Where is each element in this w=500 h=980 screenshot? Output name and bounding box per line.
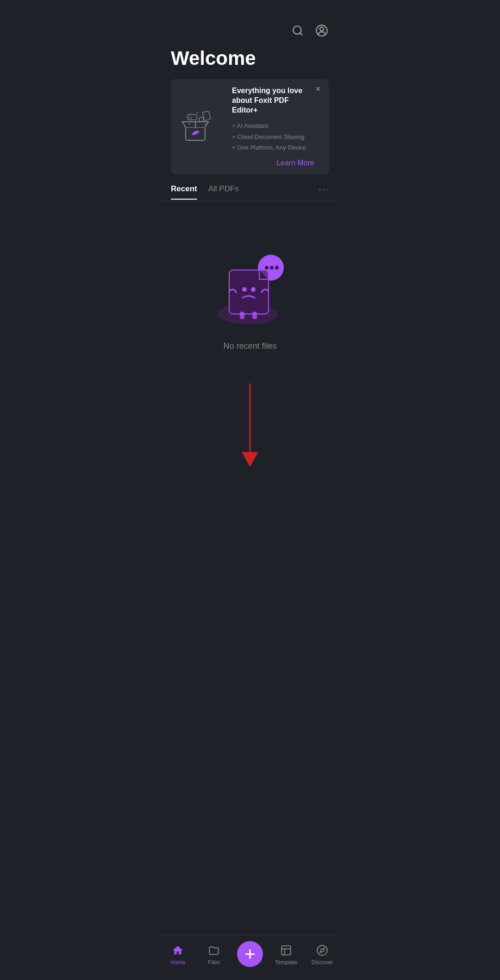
promo-feature-1: + AI Assistant: [232, 120, 314, 131]
svg-point-21: [251, 287, 256, 292]
svg-text:AI: AI: [188, 116, 192, 120]
tab-recent[interactable]: Recent: [171, 184, 197, 199]
tab-all-pdfs[interactable]: All PDFs: [208, 184, 239, 199]
svg-point-20: [242, 287, 247, 292]
svg-point-9: [197, 112, 199, 113]
promo-banner: AI Everything you love about Foxit PDF E…: [160, 79, 340, 175]
empty-state: No recent files: [160, 201, 340, 370]
profile-icon[interactable]: [314, 23, 329, 38]
svg-point-3: [320, 27, 324, 31]
learn-more-button[interactable]: Learn More: [232, 159, 314, 167]
tabs-bar: Recent All PDFs ···: [160, 175, 340, 201]
svg-point-16: [270, 266, 274, 270]
tabs-more-button[interactable]: ···: [319, 184, 329, 200]
red-arrow-indicator: [160, 370, 340, 481]
promo-illustration: AI: [171, 79, 226, 175]
empty-illustration: [204, 238, 296, 330]
svg-point-17: [275, 266, 279, 270]
svg-rect-22: [240, 312, 244, 319]
svg-marker-25: [242, 452, 258, 467]
promo-feature-3: + One Platform, Any Device: [232, 142, 314, 153]
search-icon[interactable]: [290, 23, 305, 38]
page-title: Welcome: [160, 43, 340, 79]
svg-rect-19: [229, 270, 269, 314]
empty-state-message: No recent files: [223, 341, 276, 351]
svg-point-15: [265, 266, 269, 270]
promo-close-button[interactable]: ×: [312, 83, 324, 94]
svg-point-11: [188, 123, 190, 125]
header: [160, 0, 340, 43]
svg-line-1: [300, 33, 302, 35]
promo-title: Everything you love about Foxit PDF Edit…: [232, 86, 314, 115]
svg-rect-23: [252, 312, 257, 319]
svg-point-8: [199, 117, 204, 122]
promo-feature-2: + Cloud Document Sharing: [232, 132, 314, 142]
svg-point-10: [205, 123, 206, 125]
promo-features: + AI Assistant + Cloud Document Sharing …: [232, 120, 314, 153]
